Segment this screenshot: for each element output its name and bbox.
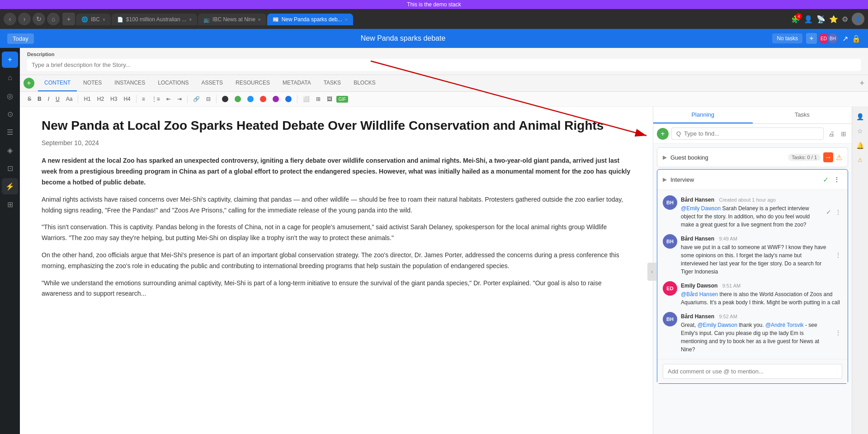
toolbar-h3[interactable]: H3 — [108, 94, 119, 104]
tab-panda-close[interactable]: × — [345, 17, 348, 22]
tab-ibc-news[interactable]: 📺 IBC News at Nine × — [198, 14, 266, 25]
description-input[interactable] — [27, 59, 861, 71]
toolbar-image[interactable]: 🖼 — [325, 94, 335, 104]
cast-button[interactable]: 📡 — [816, 15, 826, 24]
sidebar-icon-list[interactable]: ☰ — [2, 124, 18, 140]
nav-tab-notes[interactable]: NOTES — [77, 75, 108, 91]
sidebar-icon-bolt[interactable]: ⚡ — [2, 178, 18, 194]
nav-tab-metadata[interactable]: METADATA — [276, 75, 317, 91]
toolbar-font[interactable]: Aa — [64, 94, 75, 104]
toolbar-color-black[interactable] — [220, 94, 231, 104]
planning-layout-button[interactable]: ⊞ — [839, 128, 848, 139]
nav-tab-blocks[interactable]: BLOCKS — [347, 75, 382, 91]
doc-body: A new resident at the local Zoo has spar… — [42, 156, 631, 299]
share-button[interactable]: ↗ — [842, 34, 848, 43]
chat-sender-3: Emily Dawson — [681, 283, 717, 289]
chat-options-button-1[interactable]: ⋮ — [834, 195, 842, 229]
toolbar-h1[interactable]: H1 — [81, 94, 93, 104]
planning-tab-planning[interactable]: Planning — [653, 107, 753, 123]
browser-chrome: ‹ › ↻ ⌂ + 🌐 IBC × 📄 $100 million Austral… — [0, 9, 868, 29]
toolbar-bold[interactable]: B — [35, 94, 44, 104]
chat-message-4: BH Bård Hansen 9:52 AM Great, @Emily D — [663, 312, 842, 354]
toolbar-underline[interactable]: U — [53, 94, 62, 104]
ibc-close[interactable]: × — [103, 17, 105, 22]
user-avatar[interactable]: 👤 — [852, 13, 864, 25]
back-button[interactable]: ‹ — [4, 13, 16, 25]
content-add-button[interactable]: + — [24, 78, 34, 89]
extensions-button[interactable]: 🧩 4 — [791, 15, 800, 24]
toolbar-color-dkblue[interactable] — [283, 94, 294, 104]
right-sidebar-icon-star[interactable]: ☆ — [854, 125, 867, 137]
toolbar-color-blue[interactable] — [245, 94, 256, 104]
home-button[interactable]: ⌂ — [47, 13, 60, 25]
lock-button[interactable]: 🔒 — [852, 34, 861, 43]
tab-panda[interactable]: 📰 New Panda sparks deb... × — [267, 14, 353, 25]
right-sidebar-icon-bell[interactable]: 🔔 — [854, 139, 867, 152]
sidebar-icon-target[interactable]: ⊙ — [2, 106, 18, 122]
planning-tab-tasks[interactable]: Tasks — [753, 107, 852, 123]
toolbar-strikethrough[interactable]: S — [25, 94, 33, 104]
today-button[interactable]: Today — [7, 33, 34, 44]
add-tab-button[interactable]: + — [859, 79, 864, 88]
toolbar-color-red[interactable] — [258, 94, 269, 104]
toolbar-align[interactable]: ⬜ — [301, 94, 312, 104]
chat-message-1-header: Bård Hansen Created about 1 hour ago — [681, 195, 821, 203]
toolbar-sep-3 — [187, 95, 188, 103]
tab-ibc[interactable]: 🌐 IBC × — [76, 14, 111, 25]
chat-options-button-2[interactable]: ⋮ — [834, 234, 842, 276]
planning-print-button[interactable]: 🖨 — [826, 128, 836, 139]
toolbar-list-ol[interactable]: ⋮≡ — [149, 94, 162, 104]
sidebar-icon-add[interactable]: + — [2, 52, 18, 68]
chat-message-2-actions: ⋮ — [834, 234, 842, 276]
sidebar-icon-copy[interactable]: ⊡ — [2, 160, 18, 176]
toolbar-link[interactable]: 🔗 — [191, 94, 202, 104]
avatar-bard-1: BH — [663, 195, 677, 210]
toolbar-h2[interactable]: H2 — [95, 94, 106, 104]
user-menu-button[interactable]: 👤 — [804, 15, 813, 24]
guest-booking-action-icon[interactable]: → — [823, 152, 833, 162]
nav-tab-instances[interactable]: INSTANCES — [108, 75, 151, 91]
toolbar-color-purple[interactable] — [270, 94, 281, 104]
collapse-panel-button[interactable]: ‹ — [647, 263, 656, 281]
bookmark-button[interactable]: ⭐ — [829, 15, 838, 24]
toolbar-grid[interactable]: ⊞ — [314, 94, 323, 104]
toolbar-table[interactable]: ⊟ — [204, 94, 213, 104]
chat-check-button-1[interactable]: ✓ — [825, 195, 832, 229]
nav-tab-tasks[interactable]: TASKS — [317, 75, 347, 91]
nav-tab-resources[interactable]: RESOURCES — [229, 75, 276, 91]
sidebar-icon-home[interactable]: ⌂ — [2, 70, 18, 86]
nav-tab-content[interactable]: CONTENT — [38, 75, 77, 91]
tab-100m-close[interactable]: × — [189, 17, 192, 22]
toolbar-gif[interactable]: GIF — [336, 96, 349, 103]
toolbar-color-green[interactable] — [232, 94, 243, 104]
forward-button[interactable]: › — [18, 13, 31, 25]
new-tab-button[interactable]: + — [62, 13, 75, 25]
toolbar-indent-out[interactable]: ⇤ — [164, 94, 173, 104]
planning-search[interactable] — [671, 127, 824, 140]
toolbar-indent-in[interactable]: ⇥ — [175, 94, 184, 104]
right-sidebar-icon-person[interactable]: 👤 — [854, 110, 867, 123]
refresh-button[interactable]: ↻ — [33, 13, 45, 25]
no-tasks-button[interactable]: No tasks — [772, 33, 802, 43]
toolbar-list-ul[interactable]: ≡ — [140, 94, 147, 104]
tab-ibc-news-close[interactable]: × — [258, 17, 261, 22]
sidebar-icon-grid[interactable]: ◈ — [2, 142, 18, 158]
doc-title: New Panda at Local Zoo Sparks Heated Deb… — [42, 118, 631, 134]
tab-100m[interactable]: 📄 $100 million Australian ... × — [112, 14, 197, 25]
chat-input[interactable] — [663, 364, 842, 379]
toolbar-italic[interactable]: I — [46, 94, 52, 104]
planning-add-button[interactable]: + — [657, 128, 669, 140]
planning-item-guest-booking-header[interactable]: ▶ Guest booking Tasks: 0 / 1 → ⚠ — [657, 148, 848, 167]
interview-options-button[interactable]: ⋮ — [831, 174, 842, 185]
nav-tab-locations[interactable]: LOCATIONS — [151, 75, 195, 91]
sidebar-icon-search[interactable]: ◎ — [2, 88, 18, 104]
planning-item-interview-header[interactable]: ▶ Interview ✓ ⋮ — [657, 170, 848, 189]
toolbar-h4[interactable]: H4 — [121, 94, 132, 104]
demo-banner: This is the demo stack — [0, 0, 868, 9]
sidebar-icon-widget[interactable]: ⊞ — [2, 196, 18, 212]
add-header-button[interactable]: + — [806, 33, 817, 44]
chat-options-button-4[interactable]: ⋮ — [834, 312, 842, 354]
avatar-2[interactable]: BH — [827, 33, 839, 44]
nav-tab-assets[interactable]: ASSETS — [195, 75, 229, 91]
settings-button[interactable]: ⚙ — [842, 15, 848, 24]
